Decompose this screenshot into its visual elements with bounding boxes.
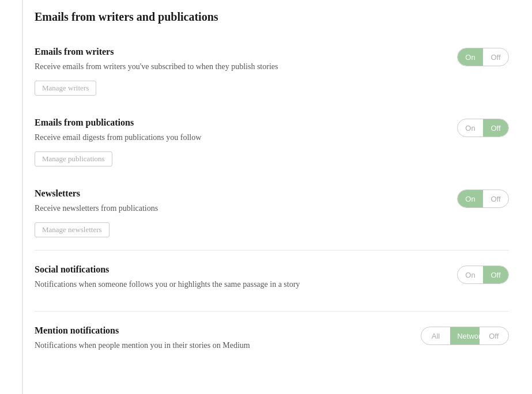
toggle-off-emails-writers[interactable]: Off [483, 48, 508, 66]
toggle-mention: All Network Off [421, 327, 509, 345]
setting-description-emails-writers: Receive emails from writers you've subsc… [35, 60, 380, 73]
toggle-off-mention[interactable]: Off [480, 327, 508, 344]
setting-content-emails-writers: Emails from writers Receive emails from … [35, 47, 380, 96]
setting-content-mention: Mention notifications Notifications when… [35, 325, 380, 359]
setting-row-newsletters: Newsletters Receive newsletters from pub… [35, 177, 509, 248]
toggle-newsletters: On Off [457, 190, 509, 208]
divider-1 [35, 250, 509, 251]
toggle-emails-publications: On Off [457, 119, 509, 137]
toggle-on-emails-publications[interactable]: On [458, 119, 483, 137]
manage-publications-link[interactable]: Manage publications [35, 151, 112, 166]
toggle-on-emails-writers[interactable]: On [458, 48, 483, 66]
setting-row-emails-writers: Emails from writers Receive emails from … [35, 35, 509, 106]
manage-writers-link[interactable]: Manage writers [35, 81, 96, 96]
setting-content-emails-publications: Emails from publications Receive email d… [35, 118, 380, 166]
setting-label-emails-publications: Emails from publications [35, 118, 380, 128]
section-title: Emails from writers and publications [35, 6, 509, 24]
setting-label-social: Social notifications [35, 264, 380, 275]
setting-row-emails-publications: Emails from publications Receive email d… [35, 106, 509, 177]
toggle-off-social[interactable]: Off [483, 266, 508, 283]
manage-newsletters-link[interactable]: Manage newsletters [35, 222, 110, 237]
left-bar [0, 0, 23, 394]
setting-label-mention: Mention notifications [35, 325, 380, 336]
setting-content-social: Social notifications Notifications when … [35, 264, 380, 298]
toggle-off-emails-publications[interactable]: Off [483, 119, 508, 137]
toggle-social: On Off [457, 266, 509, 284]
setting-row-social: Social notifications Notifications when … [35, 253, 509, 309]
toggle-emails-writers: On Off [457, 48, 509, 66]
toggle-all-mention[interactable]: All [421, 327, 450, 344]
toggle-on-newsletters[interactable]: On [458, 190, 483, 207]
setting-description-mention: Notifications when people mention you in… [35, 339, 380, 351]
setting-description-newsletters: Receive newsletters from publications [35, 202, 380, 214]
setting-label-newsletters: Newsletters [35, 188, 380, 199]
divider-2 [35, 311, 509, 312]
toggle-network-mention[interactable]: Network [450, 327, 479, 344]
setting-description-emails-publications: Receive email digests from publications … [35, 131, 380, 143]
setting-content-newsletters: Newsletters Receive newsletters from pub… [35, 188, 380, 237]
toggle-on-social[interactable]: On [458, 266, 483, 283]
setting-row-mention: Mention notifications Notifications when… [35, 314, 509, 370]
setting-description-social: Notifications when someone follows you o… [35, 278, 380, 290]
toggle-off-newsletters[interactable]: Off [483, 190, 508, 207]
setting-label-emails-writers: Emails from writers [35, 47, 380, 57]
